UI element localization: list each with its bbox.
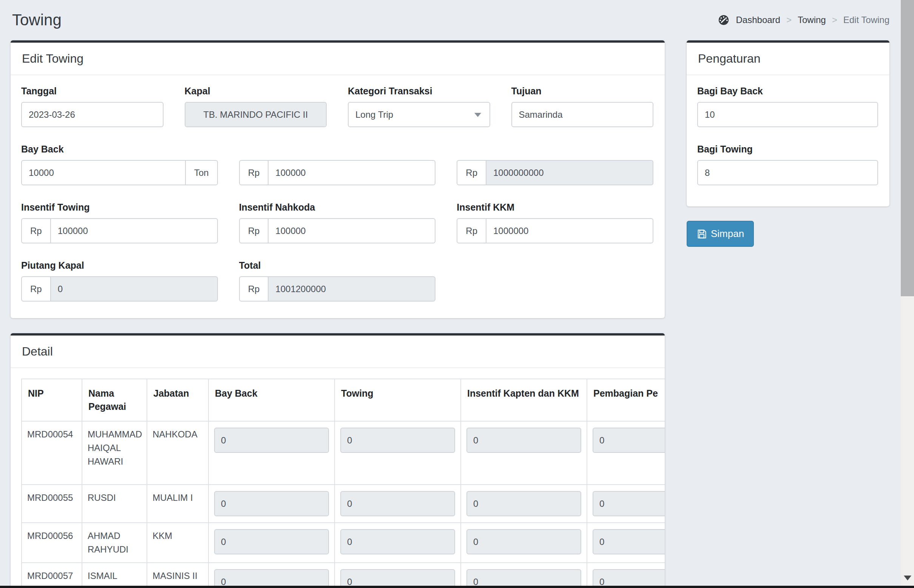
insentif-kapten-kkm-cell-input — [467, 569, 581, 588]
kategori-select[interactable]: Long Trip — [348, 102, 490, 127]
breadcrumb-dashboard[interactable]: Dashboard — [736, 15, 780, 25]
form-group-insentif-kkm: Insentif KKM Rp — [457, 202, 653, 244]
form-group-kapal: Kapal — [185, 86, 327, 127]
insentif-kapten-kkm-cell-input — [467, 428, 581, 453]
form-group-total: Total Rp — [239, 260, 436, 302]
bay-back-unit-addon: Ton — [185, 160, 218, 185]
insentif-nahkoda-input[interactable] — [268, 218, 436, 244]
save-icon — [697, 229, 707, 239]
piutang-kapal-input — [50, 276, 218, 302]
form-group-bagi-bay-back: Bagi Bay Back — [697, 86, 878, 127]
bay-back-currency-addon: Rp — [239, 160, 269, 185]
save-button[interactable]: Simpan — [687, 221, 754, 247]
scrollbar-thumb[interactable] — [901, 0, 914, 296]
bagi-bay-back-input[interactable] — [697, 102, 878, 127]
chevron-down-icon — [474, 113, 481, 117]
col-header-bay-back: Bay Back — [209, 379, 335, 421]
table-row: MRD00055 RUSDI MUALIM I — [21, 485, 665, 523]
form-group-tanggal: Tanggal — [21, 86, 164, 127]
page-title: Towing — [12, 11, 62, 29]
scroll-down-arrow-icon[interactable] — [904, 575, 911, 580]
tujuan-label: Tujuan — [511, 86, 654, 97]
jabatan-cell: KKM — [147, 523, 209, 563]
kategori-label: Kategori Transaksi — [348, 86, 490, 97]
jabatan-cell: MUALIM I — [147, 485, 209, 523]
breadcrumb-edit-towing: Edit Towing — [843, 15, 890, 25]
vertical-scrollbar[interactable] — [901, 0, 914, 586]
col-header-insentif-kapten-kkm: Insentif Kapten dan KKM — [461, 379, 587, 421]
kategori-selected-value: Long Trip — [355, 110, 393, 120]
piutang-kapal-currency-addon: Rp — [21, 276, 51, 302]
pengaturan-title: Pengaturan — [698, 52, 760, 65]
insentif-kkm-label: Insentif KKM — [457, 202, 653, 213]
insentif-towing-input[interactable] — [50, 218, 218, 244]
table-row: MRD00057 ISMAIL MASINIS II — [21, 563, 665, 588]
pembagian-cell-input — [593, 491, 665, 516]
detail-title: Detail — [22, 344, 53, 358]
main-column: Edit Towing Tanggal Kapal Kategori Trans… — [11, 40, 665, 588]
bottom-edge-bar — [0, 586, 914, 588]
form-group-tujuan: Tujuan — [511, 86, 654, 127]
bagi-towing-label: Bagi Towing — [697, 144, 878, 155]
nip-cell: MRD00057 — [21, 563, 82, 588]
total-label: Total — [239, 260, 436, 271]
pembagian-cell-input — [593, 569, 665, 588]
bagi-towing-input[interactable] — [697, 160, 878, 185]
kapal-input — [185, 102, 327, 127]
bay-back-total-currency-addon: Rp — [457, 160, 486, 185]
col-header-nama-pegawai: Nama Pegawai — [82, 379, 147, 421]
tachometer-icon — [718, 15, 729, 26]
bay-back-qty-input[interactable] — [21, 160, 186, 185]
bay-back-label: Bay Back — [21, 144, 653, 155]
bay-back-price-input[interactable] — [268, 160, 436, 185]
detail-table: NIP Nama Pegawai Jabatan Bay Back Towing… — [21, 378, 665, 588]
nip-cell: MRD00056 — [21, 523, 82, 563]
towing-cell-input — [340, 491, 455, 516]
nama-cell: ISMAIL — [82, 563, 147, 588]
total-input — [268, 276, 436, 302]
towing-cell-input — [340, 529, 455, 554]
pengaturan-card-header: Pengaturan — [687, 43, 890, 75]
col-header-towing: Towing — [335, 379, 461, 421]
tujuan-input[interactable] — [511, 102, 654, 127]
pembagian-cell-input — [593, 428, 665, 453]
detail-card: Detail NIP Nama Pegawai Jabatan B — [11, 333, 665, 588]
table-row: MRD00056 AHMAD RAHYUDI KKM — [21, 523, 665, 563]
piutang-kapal-label: Piutang Kapal — [21, 260, 218, 271]
col-header-pembagian: Pembagian Pe — [587, 379, 665, 421]
insentif-nahkoda-currency-addon: Rp — [239, 218, 269, 244]
table-row: MRD00054 MUHAMMAD HAIQAL HAWARI NAHKODA — [21, 421, 665, 485]
bay-back-cell-input — [214, 428, 329, 453]
total-currency-addon: Rp — [239, 276, 269, 302]
edit-towing-card: Edit Towing Tanggal Kapal Kategori Trans… — [11, 40, 665, 318]
nama-cell: RUSDI — [82, 485, 147, 523]
nip-cell: MRD00055 — [21, 485, 82, 523]
pengaturan-card-body: Bagi Bay Back Bagi Towing — [687, 75, 890, 207]
save-button-label: Simpan — [711, 228, 744, 240]
towing-cell-input — [340, 569, 455, 588]
bay-back-cell-input — [214, 491, 329, 516]
edit-towing-card-header: Edit Towing — [11, 43, 665, 75]
bay-back-cell-input — [214, 569, 329, 588]
insentif-kkm-input[interactable] — [486, 218, 653, 244]
tanggal-input[interactable] — [21, 102, 164, 127]
detail-card-header: Detail — [11, 336, 665, 368]
form-group-insentif-nahkoda: Insentif Nahkoda Rp — [239, 202, 436, 244]
insentif-kapten-kkm-cell-input — [467, 491, 581, 516]
insentif-nahkoda-label: Insentif Nahkoda — [239, 202, 436, 213]
pengaturan-card: Pengaturan Bagi Bay Back Bagi Towing — [687, 40, 890, 207]
insentif-towing-label: Insentif Towing — [21, 202, 218, 213]
insentif-kkm-currency-addon: Rp — [457, 218, 486, 244]
form-group-insentif-towing: Insentif Towing Rp — [21, 202, 218, 244]
breadcrumb-towing[interactable]: Towing — [798, 15, 826, 25]
bay-back-cell-input — [214, 529, 329, 554]
bagi-bay-back-label: Bagi Bay Back — [697, 86, 878, 97]
bay-back-qty-group: Ton — [21, 160, 218, 185]
form-group-piutang-kapal: Piutang Kapal Rp — [21, 260, 218, 302]
table-header-row: NIP Nama Pegawai Jabatan Bay Back Towing… — [21, 379, 665, 421]
breadcrumb-separator: > — [786, 15, 792, 25]
kapal-label: Kapal — [185, 86, 327, 97]
insentif-towing-currency-addon: Rp — [21, 218, 51, 244]
breadcrumb-separator: > — [832, 15, 837, 25]
nama-cell: MUHAMMAD HAIQAL HAWARI — [82, 421, 147, 485]
